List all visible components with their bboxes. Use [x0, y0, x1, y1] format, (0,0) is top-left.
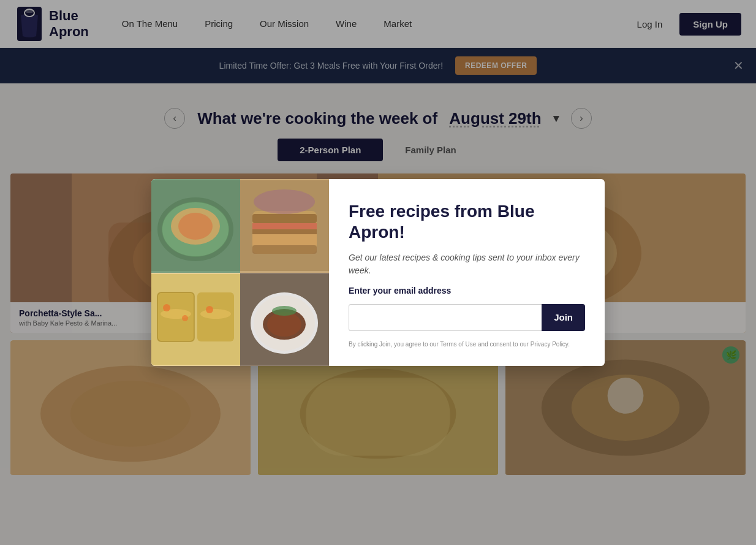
modal-legal-text: By clicking Join, you agree to our Terms… [349, 340, 585, 349]
svg-point-35 [254, 189, 315, 214]
modal-image-3 [151, 273, 240, 366]
email-label: Enter your email address [349, 286, 585, 295]
svg-point-44 [206, 306, 213, 313]
svg-rect-32 [252, 229, 317, 234]
modal-image-1 [151, 179, 240, 272]
svg-point-42 [163, 304, 170, 311]
svg-point-50 [272, 306, 297, 316]
svg-rect-33 [252, 234, 317, 245]
svg-rect-34 [252, 245, 317, 254]
modal-overlay[interactable]: Free recipes from Blue Apron! Get our la… [0, 0, 756, 513]
svg-rect-31 [252, 223, 317, 229]
email-signup-modal: Free recipes from Blue Apron! Get our la… [151, 179, 605, 365]
modal-title: Free recipes from Blue Apron! [349, 201, 585, 242]
svg-rect-30 [252, 214, 317, 223]
modal-content: Free recipes from Blue Apron! Get our la… [329, 179, 605, 365]
svg-point-41 [200, 309, 231, 319]
svg-point-43 [182, 315, 188, 321]
email-input[interactable] [349, 304, 542, 331]
svg-point-26 [178, 213, 213, 240]
modal-images-grid [151, 179, 329, 365]
modal-subtitle: Get our latest recipes & cooking tips se… [349, 251, 585, 277]
email-input-row: Join [349, 304, 585, 331]
modal-image-2 [240, 179, 329, 272]
join-button[interactable]: Join [542, 304, 585, 331]
modal-image-4 [240, 273, 329, 366]
